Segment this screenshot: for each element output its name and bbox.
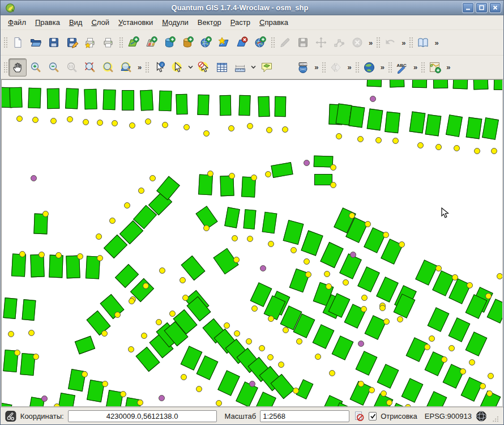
add-raster-button[interactable] <box>142 33 160 52</box>
minimize-button[interactable] <box>462 2 474 13</box>
select-button[interactable] <box>168 58 186 76</box>
maximize-button[interactable] <box>476 2 488 13</box>
building-polygon <box>428 307 450 332</box>
toolbar-drag-handle[interactable] <box>387 61 392 74</box>
toolbar-overflow-chevron[interactable]: » <box>432 39 440 47</box>
building-polygon <box>453 79 468 89</box>
menu-вектор[interactable]: Вектор <box>194 16 225 28</box>
zoom-native-button[interactable]: 1:1 <box>63 58 81 76</box>
composer-manager-button[interactable] <box>99 33 117 52</box>
undo-button[interactable] <box>381 33 399 52</box>
poi-point <box>266 127 272 133</box>
add-postgis-button[interactable] <box>160 33 178 52</box>
building-polygon <box>385 112 400 133</box>
new-shapefile-button[interactable] <box>215 33 233 52</box>
add-wfs-button[interactable] <box>251 33 269 52</box>
title-bar[interactable]: Quantum GIS 1.7.4-Wroclaw - osm_shp <box>1 1 503 15</box>
folder-open-button[interactable] <box>27 33 45 52</box>
toolbar-drag-handle[interactable] <box>270 36 275 49</box>
bookmark-new-button[interactable] <box>276 58 294 76</box>
menu-вид[interactable]: Вид <box>65 16 87 28</box>
save-edits-button[interactable] <box>294 33 312 52</box>
toolbar-drag-handle[interactable] <box>321 61 326 74</box>
zoom-layer-button[interactable] <box>99 58 117 76</box>
zoom-selection-button[interactable] <box>117 58 135 76</box>
menu-растр[interactable]: Растр <box>227 16 254 28</box>
dropdown-caret[interactable] <box>249 62 258 73</box>
menu-установки[interactable]: Установки <box>114 16 157 28</box>
toolbar-overflow-chevron[interactable]: » <box>399 39 407 47</box>
zoom-out-button[interactable] <box>45 58 63 76</box>
render-label: Отрисовка <box>381 412 417 420</box>
stop-render-icon[interactable] <box>353 410 365 422</box>
toolbar-overflow-chevron[interactable]: » <box>366 39 374 47</box>
osm-plugin-button[interactable] <box>426 58 444 76</box>
delete-selected-button[interactable] <box>348 33 366 52</box>
add-vector-button[interactable] <box>124 33 142 52</box>
globe-plugin-button[interactable] <box>360 58 378 76</box>
window-title: Quantum GIS 1.7.4-Wroclaw - osm_shp <box>18 3 462 12</box>
toolbar-overflow-chevron[interactable]: » <box>312 63 320 71</box>
toolbar-drag-handle[interactable] <box>354 61 359 74</box>
building-polygon <box>461 377 483 402</box>
offline-editing-button[interactable] <box>327 58 345 76</box>
current-edits-icon[interactable] <box>5 410 16 422</box>
add-spatialite-button[interactable] <box>178 33 197 52</box>
menu-файл[interactable]: Файл <box>4 16 30 28</box>
toolbar-drag-handle[interactable] <box>375 36 380 49</box>
toolbar-overflow-chevron[interactable]: » <box>444 63 452 71</box>
menu-слой[interactable]: Слой <box>87 16 113 28</box>
save-button[interactable] <box>45 33 63 52</box>
node-tool-button[interactable] <box>330 33 348 52</box>
poi-point <box>485 293 492 299</box>
toolbar-drag-handle[interactable] <box>144 61 149 74</box>
save-as-button[interactable] <box>63 33 81 52</box>
identify-button[interactable]: i <box>150 58 168 76</box>
labeling-button[interactable]: ABC <box>393 58 411 76</box>
file-new-button[interactable] <box>8 33 27 52</box>
print-composer-button[interactable] <box>81 33 99 52</box>
zoom-full-button[interactable] <box>81 58 99 76</box>
toolbar-drag-handle[interactable] <box>408 36 413 49</box>
crs-status-icon[interactable] <box>476 410 487 422</box>
menu-модули[interactable]: Модули <box>158 16 193 28</box>
pan-button[interactable] <box>8 58 27 76</box>
poi-point <box>145 118 151 125</box>
menu-правка[interactable]: Правка <box>31 16 64 28</box>
toolbar-drag-handle[interactable] <box>118 36 123 49</box>
poi-point <box>246 338 252 345</box>
remove-layer-button[interactable] <box>233 33 251 52</box>
coordinates-input[interactable] <box>68 410 217 422</box>
toolbar-drag-handle[interactable] <box>3 61 7 74</box>
scale-input[interactable] <box>260 410 349 422</box>
building-polygon <box>3 298 17 319</box>
add-wms-button[interactable] <box>197 33 215 52</box>
toolbar-overflow-chevron[interactable]: » <box>411 63 419 71</box>
toolbar-overflow-chevron[interactable]: » <box>378 63 386 71</box>
zoom-in-button[interactable] <box>27 58 45 76</box>
poi-point <box>216 400 222 406</box>
poi-point <box>429 335 435 342</box>
maptips-button[interactable] <box>258 58 276 76</box>
dropdown-caret[interactable] <box>186 62 195 73</box>
help-contents-button[interactable] <box>414 33 432 52</box>
poi-point-purple <box>260 265 266 271</box>
toolbar-overflow-chevron[interactable]: » <box>135 63 143 71</box>
deselect-button[interactable] <box>195 58 213 76</box>
qgis-logo-icon <box>5 3 15 13</box>
map-canvas[interactable] <box>1 79 503 407</box>
resize-grip[interactable] <box>492 415 499 424</box>
attr-table-button[interactable] <box>213 58 231 76</box>
toolbar-drag-handle[interactable] <box>420 61 425 74</box>
toolbar-drag-handle[interactable] <box>3 36 7 49</box>
poi-point <box>114 312 121 318</box>
toolbar-overflow-chevron[interactable]: » <box>345 63 353 71</box>
close-button[interactable] <box>489 2 501 13</box>
menu-справка[interactable]: Справка <box>255 16 292 28</box>
render-checkbox[interactable] <box>369 412 377 420</box>
move-feature-button[interactable] <box>312 33 330 52</box>
measure-button[interactable] <box>231 58 249 76</box>
poi-point <box>97 255 103 261</box>
toggle-editing-button[interactable] <box>276 33 294 52</box>
bookmark-show-button[interactable]: HOME <box>294 58 312 76</box>
